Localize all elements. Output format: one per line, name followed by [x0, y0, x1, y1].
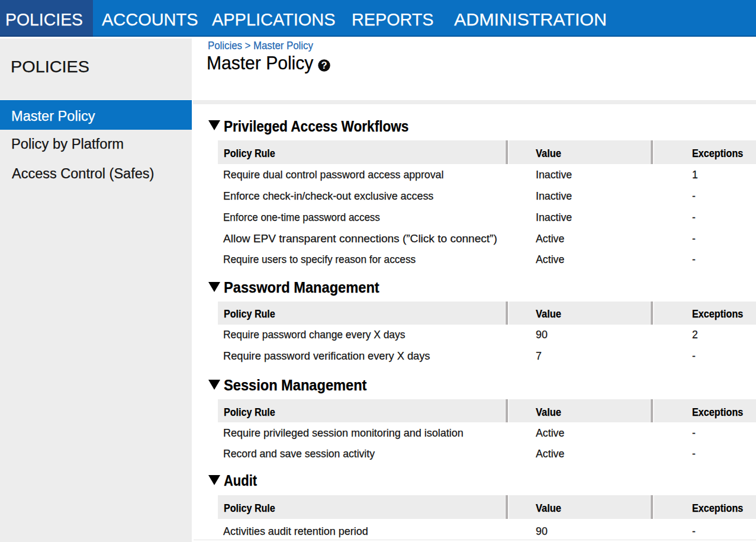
- svg-text:?: ?: [321, 60, 327, 70]
